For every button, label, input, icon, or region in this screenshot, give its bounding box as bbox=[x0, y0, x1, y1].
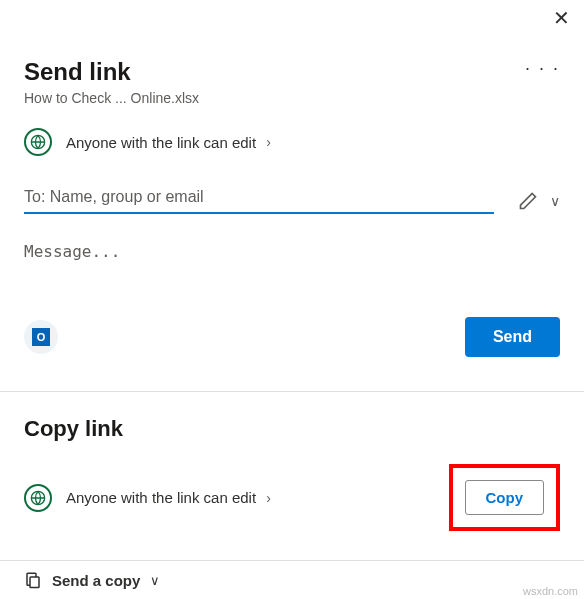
send-button[interactable]: Send bbox=[465, 317, 560, 357]
copy-link-title: Copy link bbox=[24, 416, 560, 442]
chevron-right-icon: › bbox=[266, 490, 271, 506]
chevron-down-icon[interactable]: ∨ bbox=[550, 193, 560, 209]
to-input[interactable] bbox=[24, 188, 494, 206]
to-field-wrap bbox=[24, 188, 494, 214]
copy-permission-selector[interactable]: Anyone with the link can edit › bbox=[24, 484, 271, 512]
chevron-down-icon: ∨ bbox=[150, 573, 160, 588]
highlight-annotation: Copy bbox=[449, 464, 561, 531]
copy-permission-text: Anyone with the link can edit bbox=[66, 489, 256, 506]
send-copy-label: Send a copy bbox=[52, 572, 140, 589]
send-copy-row[interactable]: Send a copy ∨ bbox=[0, 560, 584, 589]
divider bbox=[0, 391, 584, 392]
chevron-right-icon: › bbox=[266, 134, 271, 150]
page-title: Send link bbox=[24, 58, 131, 86]
more-options-icon[interactable]: · · · bbox=[525, 58, 560, 79]
permission-selector[interactable]: Anyone with the link can edit › bbox=[24, 128, 560, 156]
pencil-icon[interactable] bbox=[518, 191, 538, 211]
copy-button[interactable]: Copy bbox=[465, 480, 545, 515]
svg-rect-2 bbox=[30, 577, 39, 588]
permission-text: Anyone with the link can edit bbox=[66, 134, 256, 151]
outlook-icon[interactable]: O bbox=[24, 320, 58, 354]
close-icon[interactable]: ✕ bbox=[553, 6, 570, 30]
filename-label: How to Check ... Online.xlsx bbox=[24, 90, 560, 106]
globe-icon bbox=[24, 128, 52, 156]
message-input[interactable] bbox=[24, 242, 560, 261]
watermark: wsxdn.com bbox=[523, 585, 578, 597]
globe-icon bbox=[24, 484, 52, 512]
file-copy-icon bbox=[24, 571, 42, 589]
